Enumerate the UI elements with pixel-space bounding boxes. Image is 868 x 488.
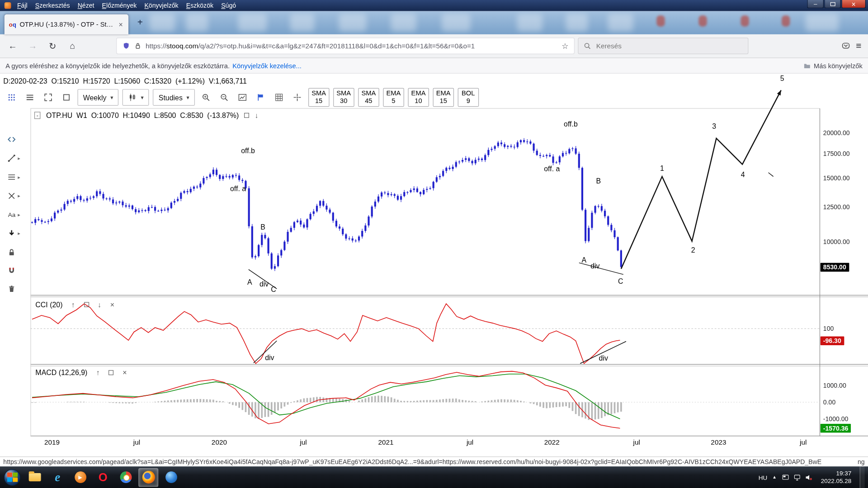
studies-dropdown[interactable]: Studies▾ [153,89,195,106]
forward-button[interactable]: → [24,38,41,54]
edge-taskbar-button[interactable] [161,468,181,487]
opera-taskbar-button[interactable]: O [93,468,113,487]
macd-axis-label: -1000.00 [823,416,849,422]
frame-chart-button[interactable] [59,89,74,106]
pocket-icon[interactable] [841,42,850,51]
delete-drawings-tool[interactable] [7,284,16,293]
menu-item-fajl[interactable]: Fájl [13,0,31,10]
menu-item-nezet[interactable]: Nézet [74,0,98,10]
glass-artifact [517,14,542,32]
tab-close-icon[interactable]: × [118,20,124,28]
glass-artifact [656,15,665,26]
panel-close-icon[interactable]: × [110,300,114,309]
explorer-taskbar-button[interactable] [25,468,45,487]
panel-close-icon[interactable]: × [123,369,127,377]
x-axis-label: jul [300,439,307,446]
chrome-taskbar-button[interactable] [116,468,136,487]
reload-button[interactable]: ↻ [44,38,61,54]
panel-down-icon[interactable]: ↓ [255,111,259,119]
panel-expand-icon[interactable] [245,113,250,118]
maximize-button[interactable] [824,0,841,8]
https-lock-icon[interactable] [134,42,142,50]
glass-artifact [238,14,267,32]
new-tab-button[interactable]: + [133,15,147,30]
search-icon [584,42,591,50]
clock[interactable]: 19:37 2022.05.28 [818,469,855,485]
other-bookmarks[interactable]: Más könyvjelzők [803,62,863,70]
app-menu-icon[interactable]: ≡ [856,40,861,51]
panel-expand-icon[interactable] [84,302,89,307]
x-axis-label: jul [633,439,640,446]
snapshot-button[interactable] [235,89,250,106]
folder-icon [29,473,41,481]
bmfolder-icon [803,62,811,70]
panel-up-icon[interactable]: ↑ [71,300,75,309]
chart-annotation: div [259,280,269,288]
collapse-panel-button[interactable]: - [34,112,41,119]
minimize-button[interactable]: – [807,0,824,8]
page-background [0,74,868,456]
tray-expand-icon[interactable]: ▲ [772,475,777,480]
period-dropdown[interactable]: Weekly▾ [77,89,118,106]
arrow-marker-tool[interactable]: ▸ [7,229,20,238]
fit-chart-button[interactable] [41,89,56,106]
annotations-button[interactable] [254,89,268,106]
menu-item-elozmenyek[interactable]: Előzmények [98,0,141,10]
show-desktop-button[interactable] [860,466,865,488]
navigation-bar: ← → ↻ ⌂ https://stooq.com/q/a2/?s=otp.hu… [0,34,868,58]
scroll-arrows-tool[interactable] [7,135,16,144]
panel-expand-icon[interactable] [109,370,114,375]
menu-items: FájlSzerkesztésNézetElőzményekKönyvjelző… [13,0,240,10]
firefox-taskbar-button[interactable] [138,468,158,487]
panel-down-icon[interactable]: ↓ [98,300,101,309]
ema-5-button[interactable]: EMA5 [383,88,404,107]
menu-item-sugo[interactable]: Súgó [217,0,240,10]
lock-tool[interactable] [7,248,16,257]
menu-item-szerkesztes[interactable]: Szerkesztés [31,0,74,10]
grid-toggle-button[interactable] [272,89,286,106]
quick-menu-button[interactable] [5,89,19,106]
sma-30-button[interactable]: SMA30 [333,88,354,107]
magnet-tool[interactable] [7,267,16,276]
chevron-down-icon: ▾ [110,94,113,100]
menu-item-konyvjelzok[interactable]: Könyvjelzők [141,0,182,10]
sma-15-button[interactable]: SMA15 [308,88,330,107]
glass-artifact [608,14,633,32]
parallel-lines-tool[interactable]: ▸ [7,173,20,182]
close-button[interactable]: × [841,0,866,8]
arrowslr-icon [7,135,16,144]
text-tool[interactable]: Aa▸ [7,210,20,219]
status-bar: https://www.googleadservices.com/pagead/… [0,456,868,466]
ema-15-button[interactable]: EMA15 [433,88,454,107]
url-bar[interactable]: https://stooq.com/q/a2/?s=otp.hu&i=w&t=c… [116,38,575,54]
back-button[interactable]: ← [5,38,21,54]
tab-otp-stooq[interactable]: oq OTP.HU (-13.87%) - OTP - Stooq × [5,14,128,34]
pocket-icon [841,42,850,51]
ema-10-button[interactable]: EMA10 [408,88,429,107]
panel-up-icon[interactable]: ↑ [96,369,100,377]
crossed-lines-tool[interactable]: ▸ [7,192,20,201]
zoom-in-button[interactable] [198,89,213,106]
search-input[interactable] [595,42,743,51]
start-icon [4,469,21,486]
bol-9-button[interactable]: BOL9 [458,88,479,107]
home-button[interactable]: ⌂ [64,38,81,54]
start-button[interactable] [2,468,22,487]
macd-value-tag: -1570.36 [821,424,851,433]
chart-menu-button[interactable] [23,89,37,106]
sma-45-button[interactable]: SMA45 [358,88,379,107]
bookmark-star-icon[interactable]: ☆ [561,42,568,51]
chart-type-dropdown[interactable]: ▾ [123,89,149,106]
internet-explorer-taskbar-button[interactable]: e [47,468,67,487]
zoom-out-button[interactable] [217,89,231,106]
menu-item-eszkozok[interactable]: Eszközök [182,0,217,10]
arrowdown-icon [7,229,16,238]
media-player-taskbar-button[interactable]: ▶ [71,468,90,487]
crosshair-toggle-button[interactable] [290,89,304,106]
language-indicator[interactable]: HU [759,474,767,481]
glass-artifact [566,14,588,32]
trendline-tool[interactable]: ▸ [7,154,20,163]
tracking-shield-icon[interactable] [123,42,130,50]
search-bar[interactable] [578,38,748,54]
manage-bookmarks-link[interactable]: Könyvjelzők kezelése... [232,62,302,70]
